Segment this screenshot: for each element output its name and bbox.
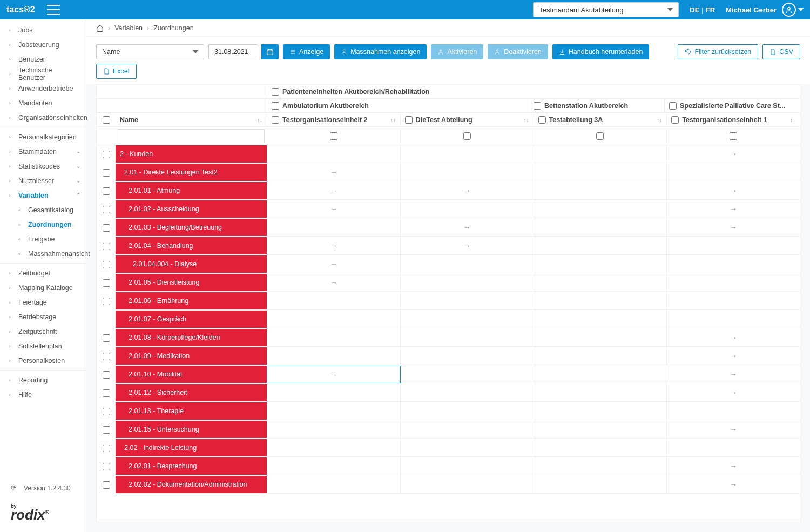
grid-cell[interactable] <box>534 421 667 439</box>
sidebar-item[interactable]: ◦Jobs <box>0 23 86 37</box>
grid-cell[interactable] <box>400 164 534 181</box>
grid-cell[interactable] <box>400 421 534 439</box>
sidebar-item[interactable]: ◦Benutzer <box>0 52 86 66</box>
row-name[interactable]: 2.01.03 - Begleitung/Betreuung <box>116 219 267 237</box>
row-checkbox[interactable] <box>103 169 110 177</box>
sidebar-item[interactable]: ◦Feiertage <box>0 295 86 309</box>
org-filter-checkbox[interactable] <box>596 132 604 140</box>
sidebar-item[interactable]: ◦Technische Benutzer <box>0 66 86 81</box>
grid-cell[interactable] <box>400 255 534 273</box>
grid-cell[interactable] <box>666 402 800 420</box>
row-name[interactable]: 2.02 - Indirekte Leistung <box>116 439 267 457</box>
grid-cell[interactable] <box>666 164 800 181</box>
lang-de[interactable]: DE <box>690 6 699 14</box>
grid-cell[interactable] <box>534 384 667 402</box>
row-name[interactable]: 2.02.01 - Besprechung <box>116 457 267 475</box>
row-name[interactable]: 2.01.07 - Gespräch <box>116 311 267 328</box>
group-checkbox[interactable] <box>272 102 279 110</box>
grid-cell[interactable] <box>267 384 400 402</box>
grid-cell[interactable] <box>666 255 800 273</box>
grid-cell[interactable]: → <box>666 347 800 365</box>
grid-cell[interactable]: → <box>666 384 800 402</box>
sidebar-subitem[interactable]: ◦Zuordnungen <box>0 217 86 232</box>
sidebar-item[interactable]: ◦Organisationseinheiten <box>0 110 86 125</box>
row-checkbox[interactable] <box>103 408 110 415</box>
grid-cell[interactable] <box>267 402 400 420</box>
grid-cell[interactable] <box>400 274 534 292</box>
grid-cell[interactable] <box>400 384 534 402</box>
row-checkbox[interactable] <box>103 279 110 287</box>
grid-cell[interactable] <box>267 457 400 475</box>
sidebar-subitem[interactable]: ◦Massnahmenansicht <box>0 246 86 261</box>
grid-cell[interactable] <box>534 366 667 383</box>
sidebar-item[interactable]: ◦Reporting <box>0 373 86 387</box>
org-filter-checkbox[interactable] <box>463 132 471 140</box>
row-checkbox[interactable] <box>103 187 110 195</box>
sidebar-item[interactable]: ◦Hilfe <box>0 387 86 402</box>
row-name[interactable]: 2.01.15 - Untersuchung <box>116 421 267 439</box>
grid-cell[interactable] <box>534 219 667 237</box>
row-name[interactable]: 2.01 - Direkte Leistungen Test2 <box>116 164 267 181</box>
breadcrumb-l2[interactable]: Zuordnungen <box>153 24 193 32</box>
grid-cell[interactable]: → <box>400 182 534 200</box>
grid-cell[interactable] <box>267 145 400 163</box>
org-filter-checkbox[interactable] <box>330 132 338 140</box>
grid-cell[interactable] <box>267 292 400 310</box>
sidebar-item[interactable]: ◦Variablen⌃ <box>0 188 86 203</box>
row-name[interactable]: 2.01.09 - Medikation <box>116 347 267 365</box>
grid-cell[interactable] <box>400 329 534 347</box>
sidebar-subitem[interactable]: ◦Gesamtkatalog <box>0 203 86 217</box>
grid-cell[interactable] <box>666 292 800 310</box>
grid-cell[interactable] <box>400 347 534 365</box>
grid-cell[interactable] <box>534 200 667 218</box>
row-checkbox[interactable] <box>103 463 110 470</box>
grid-cell[interactable]: → <box>267 237 400 255</box>
grid-cell[interactable] <box>534 347 667 365</box>
sidebar-item[interactable]: ◦Zeitgutschrift <box>0 324 86 339</box>
grid-cell[interactable] <box>666 237 800 255</box>
grid-cell[interactable] <box>534 255 667 273</box>
org-checkbox[interactable] <box>671 116 679 124</box>
grid-cell[interactable] <box>267 476 400 494</box>
sort-icon[interactable]: ↑↓ <box>790 117 795 123</box>
app-logo[interactable]: tacs®2 <box>6 5 35 15</box>
grid-cell[interactable]: → <box>666 421 800 439</box>
sidebar-item[interactable]: ◦Sollstellenplan <box>0 339 86 353</box>
aktivieren-button[interactable]: Aktivieren <box>431 44 483 59</box>
grid-cell[interactable] <box>534 457 667 475</box>
row-name[interactable]: 2 - Kunden <box>116 145 267 163</box>
row-checkbox[interactable] <box>103 445 110 452</box>
grid-cell[interactable]: → <box>666 219 800 237</box>
grid-cell[interactable]: → <box>267 164 400 181</box>
row-checkbox[interactable] <box>103 151 110 158</box>
grid-cell[interactable]: → <box>666 145 800 163</box>
sidebar-item[interactable]: ◦Anwenderbetriebe <box>0 81 86 96</box>
csv-button[interactable]: CSV <box>762 44 800 59</box>
excel-button[interactable]: Excel <box>96 64 137 79</box>
row-checkbox[interactable] <box>103 243 110 250</box>
row-name[interactable]: 2.02.02 - Dokumentation/Administration <box>116 476 267 494</box>
group-checkbox[interactable] <box>669 102 677 110</box>
grid-cell[interactable] <box>400 457 534 475</box>
grid-cell[interactable]: → <box>666 329 800 347</box>
org-filter-checkbox[interactable] <box>730 132 737 140</box>
grid-cell[interactable]: → <box>267 182 400 200</box>
handbuch-button[interactable]: Handbuch herunterladen <box>552 44 650 59</box>
sidebar-item[interactable]: ◦Zeitbudget <box>0 266 86 280</box>
grid-cell[interactable]: → <box>667 366 800 383</box>
grid-cell[interactable] <box>534 145 667 163</box>
sort-icon[interactable]: ↑↓ <box>257 117 262 123</box>
grid-cell[interactable]: → <box>267 255 400 273</box>
row-checkbox[interactable] <box>103 371 110 379</box>
sort-icon[interactable]: ↑↓ <box>390 117 396 123</box>
sort-icon[interactable]: ↑↓ <box>657 117 662 123</box>
group-checkbox[interactable] <box>534 102 541 110</box>
calendar-button[interactable] <box>261 44 279 59</box>
deaktivieren-button[interactable]: Deaktivieren <box>488 44 548 59</box>
grid-cell[interactable] <box>401 366 534 383</box>
grid-cell[interactable] <box>400 439 534 457</box>
org-checkbox[interactable] <box>272 116 279 124</box>
grid-cell[interactable] <box>534 439 667 457</box>
org-checkbox[interactable] <box>538 116 546 124</box>
select-all-checkbox[interactable] <box>103 116 110 124</box>
